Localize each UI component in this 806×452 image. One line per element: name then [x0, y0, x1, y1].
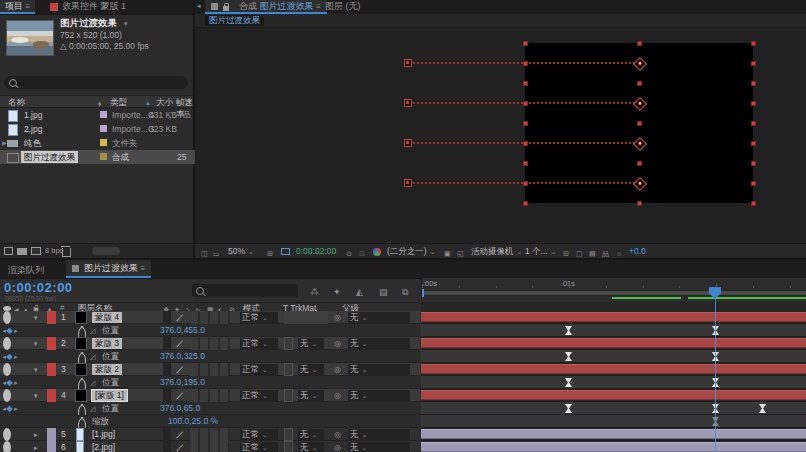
keyframe-navigator[interactable]: ◂◆▸ — [2, 324, 18, 337]
shy-switch[interactable] — [163, 441, 171, 452]
trkmat-dropdown[interactable]: 无⌄ — [298, 364, 324, 375]
eye-icon[interactable] — [3, 311, 11, 324]
layer-name[interactable]: [蒙版 1] — [92, 390, 127, 401]
property-value[interactable]: 376.0,325.0 — [160, 350, 205, 363]
property-value[interactable]: 376.0,65.0 — [160, 402, 200, 415]
property-track[interactable] — [421, 415, 806, 428]
keyframe-navigator[interactable]: ◂◆▸ — [2, 402, 18, 415]
expand-arrow-icon[interactable]: ▾ — [34, 389, 38, 402]
blend-mode-dropdown[interactable]: 正常⌄ — [240, 390, 278, 401]
property-track[interactable] — [421, 350, 806, 363]
layer-row-header[interactable]: ▸6[2.jpg]／正常⌄无⌄◎无⌄ — [0, 441, 420, 452]
property-value[interactable]: 376.0,195.0 — [160, 376, 205, 389]
blend-mode-dropdown[interactable]: 正常⌄ — [240, 338, 278, 349]
switches-group[interactable] — [190, 363, 230, 376]
layer-name[interactable]: 蒙版 4 — [92, 312, 122, 323]
layer-duration-bar[interactable] — [421, 390, 806, 400]
property-row-header[interactable]: ◂◆▸◿位置376.0,195.0 — [0, 376, 420, 389]
quality-switch-icon[interactable]: ／ — [176, 441, 184, 452]
parent-pickwhip-icon[interactable]: ◎ — [334, 441, 341, 452]
property-row-header[interactable]: ◂◆▸◿位置376.0,325.0 — [0, 350, 420, 363]
parent-pickwhip-icon[interactable]: ◎ — [334, 311, 341, 324]
property-label[interactable]: 位置 — [102, 350, 119, 363]
eye-icon[interactable] — [3, 441, 11, 452]
expand-arrow-icon[interactable]: ▸ — [34, 441, 38, 452]
layer-name[interactable]: 蒙版 2 — [92, 364, 122, 375]
property-label[interactable]: 位置 — [102, 402, 119, 415]
layer-track[interactable] — [421, 337, 806, 350]
keyframe-icon[interactable] — [565, 404, 572, 413]
trkmat-dropdown[interactable]: 无⌄ — [298, 338, 324, 349]
keyframe-icon[interactable] — [565, 352, 572, 361]
switches-group[interactable] — [190, 389, 230, 402]
switches-group[interactable] — [190, 311, 230, 324]
label-color-swatch[interactable] — [47, 389, 56, 402]
parent-dropdown[interactable]: 无⌄ — [348, 442, 410, 452]
trkmat-dropdown[interactable]: 无⌄ — [298, 442, 324, 452]
layer-track[interactable] — [421, 428, 806, 441]
expand-arrow-icon[interactable]: ▾ — [34, 311, 38, 324]
graph-toggle-icon[interactable]: ◿ — [90, 376, 95, 389]
trkmat-dropdown[interactable]: 无⌄ — [298, 390, 324, 401]
eye-icon[interactable] — [3, 337, 11, 350]
trkmat-toggle[interactable] — [284, 363, 293, 376]
label-color-swatch[interactable] — [47, 363, 56, 376]
trkmat-toggle[interactable] — [284, 389, 293, 402]
quality-switch-icon[interactable]: ／ — [176, 363, 184, 376]
quality-switch-icon[interactable]: ／ — [176, 311, 184, 324]
layer-row-header[interactable]: ▾2蒙版 3／正常⌄无⌄◎无⌄ — [0, 337, 420, 350]
parent-pickwhip-icon[interactable]: ◎ — [334, 363, 341, 376]
graph-toggle-icon[interactable]: ◿ — [90, 324, 95, 337]
parent-dropdown[interactable]: 无⌄ — [348, 429, 410, 440]
property-value[interactable]: 100.0,25.0 % — [168, 415, 218, 428]
layer-row-header[interactable]: ▾4[蒙版 1]／正常⌄无⌄◎无⌄ — [0, 389, 420, 402]
layer-row-header[interactable]: ▸5[1.jpg]／正常⌄无⌄◎无⌄ — [0, 428, 420, 441]
shy-switch[interactable] — [163, 428, 171, 441]
label-color-swatch[interactable] — [47, 428, 56, 441]
layer-name[interactable]: [2.jpg] — [92, 441, 115, 452]
trkmat-toggle[interactable] — [284, 441, 293, 452]
keyframe-icon[interactable] — [565, 378, 572, 387]
layer-duration-bar[interactable] — [421, 364, 806, 374]
property-label[interactable]: 缩放 — [92, 415, 109, 428]
trkmat-toggle[interactable] — [284, 337, 293, 350]
property-row-header[interactable]: ◂◆▸◿位置376.0,65.0 — [0, 402, 420, 415]
property-value[interactable]: 376.0,455.0 — [160, 324, 205, 337]
property-track[interactable] — [421, 324, 806, 337]
layer-track[interactable] — [421, 441, 806, 452]
expand-arrow-icon[interactable]: ▾ — [34, 337, 38, 350]
parent-pickwhip-icon[interactable]: ◎ — [334, 389, 341, 402]
parent-pickwhip-icon[interactable]: ◎ — [334, 337, 341, 350]
switches-group[interactable] — [190, 428, 230, 441]
keyframe-icon[interactable] — [759, 404, 766, 413]
layer-track[interactable] — [421, 389, 806, 402]
layer-track[interactable] — [421, 363, 806, 376]
keyframe-icon[interactable] — [712, 352, 719, 361]
blend-mode-dropdown[interactable]: 正常⌄ — [240, 442, 278, 452]
shy-switch[interactable] — [163, 389, 171, 402]
parent-dropdown[interactable]: 无⌄ — [348, 390, 410, 401]
layer-duration-bar[interactable] — [421, 338, 806, 348]
trkmat-toggle[interactable] — [284, 428, 293, 441]
keyframe-icon[interactable] — [712, 404, 719, 413]
quality-switch-icon[interactable]: ／ — [176, 337, 184, 350]
layer-name[interactable]: [1.jpg] — [92, 428, 115, 441]
keyframe-icon[interactable] — [712, 417, 719, 426]
trkmat-dropdown[interactable]: 无⌄ — [298, 429, 324, 440]
shy-switch[interactable] — [163, 337, 171, 350]
switches-group[interactable] — [190, 337, 230, 350]
parent-pickwhip-icon[interactable]: ◎ — [334, 428, 341, 441]
parent-dropdown[interactable]: 无⌄ — [348, 364, 410, 375]
quality-switch-icon[interactable]: ／ — [176, 428, 184, 441]
expand-arrow-icon[interactable]: ▸ — [34, 428, 38, 441]
keyframe-navigator[interactable]: ◂◆▸ — [2, 376, 18, 389]
blend-mode-dropdown[interactable]: 正常⌄ — [240, 429, 278, 440]
property-label[interactable]: 位置 — [102, 324, 119, 337]
property-track[interactable] — [421, 376, 806, 389]
eye-icon[interactable] — [3, 428, 11, 441]
keyframe-icon[interactable] — [565, 326, 572, 335]
layer-row-header[interactable]: ▾3蒙版 2／正常⌄无⌄◎无⌄ — [0, 363, 420, 376]
shy-switch[interactable] — [163, 311, 171, 324]
label-color-swatch[interactable] — [47, 311, 56, 324]
blend-mode-dropdown[interactable]: 正常⌄ — [240, 364, 278, 375]
